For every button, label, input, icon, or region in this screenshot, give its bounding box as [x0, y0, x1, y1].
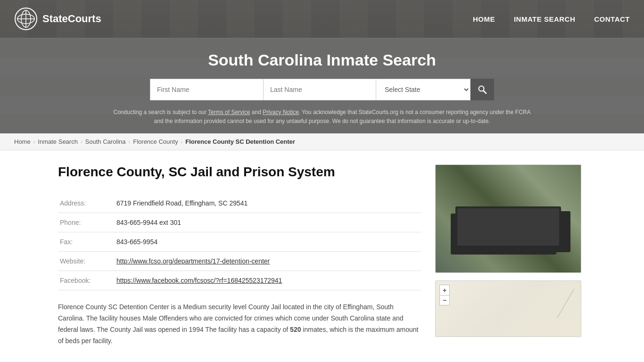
phone-label: Phone: [58, 213, 115, 232]
fax-value: 843-665-9954 [115, 232, 421, 252]
website-label: Website: [58, 252, 115, 271]
address-value: 6719 Friendfield Road, Effingham, SC 295… [115, 194, 421, 213]
privacy-link[interactable]: Privacy Notice [263, 109, 299, 115]
terms-link[interactable]: Terms of Service [208, 109, 250, 115]
content-right: + − [435, 165, 586, 346]
hero-section: South Carolina Inmate Search Select Stat… [0, 38, 644, 133]
facebook-link[interactable]: https://www.facebook.com/fcsosc/?rf=1684… [116, 277, 282, 284]
table-row-address: Address: 6719 Friendfield Road, Effingha… [58, 194, 421, 213]
phone-value: 843-665-9944 ext 301 [115, 213, 421, 232]
fax-label: Fax: [58, 232, 115, 252]
breadcrumb-sep-4: › [181, 139, 183, 145]
capacity-value: 520 [290, 326, 301, 333]
nav-contact[interactable]: CONTACT [594, 15, 630, 23]
description: Florence County SC Detention Center is a… [58, 302, 421, 346]
table-row-fax: Fax: 843-665-9954 [58, 232, 421, 252]
breadcrumb-sep-1: › [33, 139, 35, 145]
breadcrumb-sep-3: › [129, 139, 131, 145]
info-table: Address: 6719 Friendfield Road, Effingha… [58, 194, 421, 290]
breadcrumb-home[interactable]: Home [14, 138, 31, 145]
map-image: + − [435, 280, 581, 337]
map-controls: + − [439, 285, 450, 305]
breadcrumb: Home › Inmate Search › South Carolina › … [0, 133, 644, 150]
website-link[interactable]: http://www.fcso.org/departments/17-deten… [116, 257, 270, 265]
disclaimer: Conducting a search is subject to our Te… [110, 108, 534, 126]
search-bar: Select StateAlabamaAlaskaArizonaArkansas… [9, 79, 635, 100]
breadcrumb-inmate-search[interactable]: Inmate Search [38, 138, 78, 145]
breadcrumb-current: Florence County SC Detention Center [185, 138, 295, 145]
facebook-value: https://www.facebook.com/fcsosc/?rf=1684… [115, 271, 421, 290]
facebook-label: Facebook: [58, 271, 115, 290]
logo-area: StateCourts [14, 7, 101, 31]
logo-text: StateCourts [42, 13, 101, 25]
svg-line-6 [484, 91, 487, 94]
state-select[interactable]: Select StateAlabamaAlaskaArizonaArkansas… [376, 79, 471, 100]
facility-image [435, 165, 581, 273]
breadcrumb-state[interactable]: South Carolina [85, 138, 126, 145]
breadcrumb-county[interactable]: Florence County [133, 138, 178, 145]
nav-home[interactable]: HOME [473, 15, 495, 23]
website-value: http://www.fcso.org/departments/17-deten… [115, 252, 421, 271]
table-row-facebook: Facebook: https://www.facebook.com/fcsos… [58, 271, 421, 290]
search-icon [478, 85, 487, 94]
content-left: Florence County, SC Jail and Prison Syst… [58, 165, 421, 346]
table-row-phone: Phone: 843-665-9944 ext 301 [58, 213, 421, 232]
search-button[interactable] [471, 79, 494, 100]
breadcrumb-sep-2: › [81, 139, 83, 145]
table-row-website: Website: http://www.fcso.org/departments… [58, 252, 421, 271]
map-zoom-out-button[interactable]: − [439, 295, 450, 305]
main-content: Florence County, SC Jail and Prison Syst… [39, 150, 605, 362]
hero-title: South Carolina Inmate Search [9, 51, 635, 69]
last-name-input[interactable] [263, 79, 376, 100]
nav-links: HOME INMATE SEARCH CONTACT [473, 15, 630, 23]
nav-inmate-search[interactable]: INMATE SEARCH [514, 15, 575, 23]
header: StateCourts HOME INMATE SEARCH CONTACT [0, 0, 644, 38]
page-title: Florence County, SC Jail and Prison Syst… [58, 165, 421, 180]
map-zoom-in-button[interactable]: + [439, 285, 450, 295]
first-name-input[interactable] [150, 79, 263, 100]
logo-icon [14, 7, 38, 31]
address-label: Address: [58, 194, 115, 213]
